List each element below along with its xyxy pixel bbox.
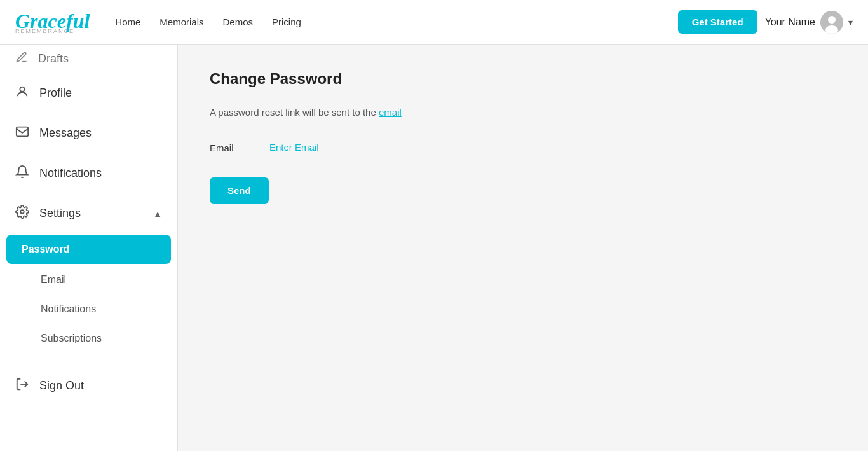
svg-point-3 [20,87,24,92]
get-started-button[interactable]: Get Started [678,10,757,34]
header-left: Graceful REMEMBRANCE Home Memorials Demo… [15,10,301,34]
sidebar-drafts-label: Drafts [38,52,69,66]
sidebar: Drafts Profile Messages Notifications [0,45,178,451]
user-name: Your Name [765,17,815,28]
svg-point-5 [20,210,24,214]
settings-sub-notifications[interactable]: Notifications [0,295,177,324]
sidebar-notifications-label: Notifications [39,167,102,180]
sidebar-item-drafts[interactable]: Drafts [0,45,177,73]
sidebar-item-settings[interactable]: Settings ▲ [0,193,177,233]
header: Graceful REMEMBRANCE Home Memorials Demo… [0,0,868,45]
description-text: A password reset link will be sent to th… [210,107,836,118]
sidebar-item-profile[interactable]: Profile [0,73,177,113]
profile-icon [15,85,29,102]
sidebar-sign-out-label: Sign Out [39,379,84,392]
user-menu[interactable]: Your Name ▾ [765,11,853,34]
layout: Drafts Profile Messages Notifications [0,45,868,451]
svg-point-1 [828,16,836,24]
logo: Graceful REMEMBRANCE [15,10,90,34]
messages-icon [15,125,29,142]
chevron-down-icon: ▾ [848,17,853,27]
description-link: email [379,107,402,118]
sidebar-item-sign-out[interactable]: Sign Out [0,366,177,406]
send-button[interactable]: Send [210,177,269,204]
nav-memorials[interactable]: Memorials [159,17,203,27]
nav-demos[interactable]: Demos [223,17,254,27]
settings-sub-password[interactable]: Password [6,235,171,264]
nav-home[interactable]: Home [115,17,140,27]
email-label: Email [210,142,248,153]
page-title: Change Password [210,70,836,88]
header-right: Get Started Your Name ▾ [678,10,853,34]
description-start: A password reset link will be sent to th… [210,107,379,118]
settings-icon [15,205,29,222]
drafts-icon [15,51,28,67]
main-nav: Home Memorials Demos Pricing [115,17,301,28]
avatar [820,11,843,34]
sidebar-item-notifications[interactable]: Notifications [0,153,177,193]
main-content: Change Password A password reset link wi… [178,45,868,451]
settings-arrow-icon: ▲ [153,209,162,219]
logo-subtitle: REMEMBRANCE [15,28,90,34]
settings-sub-subscriptions[interactable]: Subscriptions [0,324,177,353]
svg-rect-4 [17,127,28,137]
email-input[interactable] [267,137,674,158]
sidebar-profile-label: Profile [39,87,72,100]
sign-out-icon [15,377,29,394]
settings-sub-email[interactable]: Email [0,265,177,295]
notifications-icon [15,165,29,182]
email-form-group: Email [210,137,836,158]
settings-submenu: Password Email Notifications Subscriptio… [0,233,177,353]
sidebar-item-messages[interactable]: Messages [0,113,177,153]
sidebar-settings-label: Settings [39,207,81,220]
nav-pricing[interactable]: Pricing [272,17,301,27]
sidebar-messages-label: Messages [39,127,92,140]
